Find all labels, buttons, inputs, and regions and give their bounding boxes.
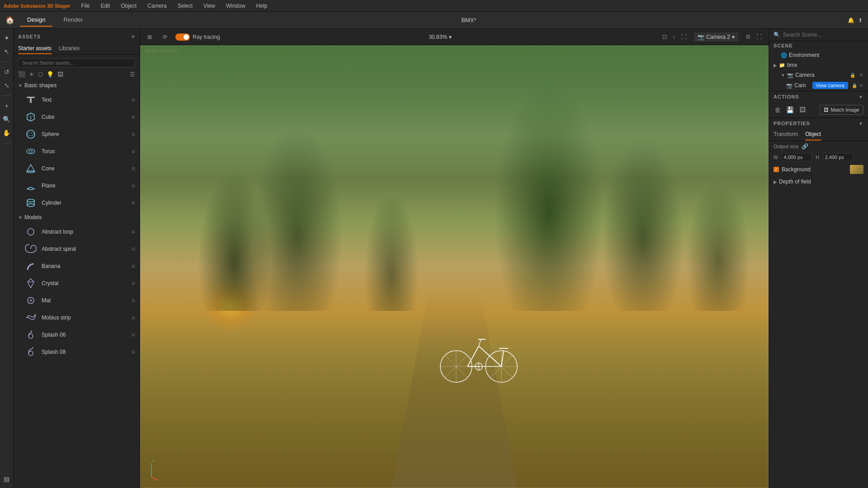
asset-menu-torus[interactable]: ≡	[132, 148, 135, 155]
filter-light-icon[interactable]: 💡	[47, 71, 54, 78]
list-item[interactable]: Mat ≡	[14, 292, 140, 309]
menu-edit[interactable]: Edit	[99, 2, 112, 10]
scene-item-cam[interactable]: 📷 Cam View camera 🔒 👁	[769, 80, 868, 91]
assets-search-input[interactable]	[18, 58, 135, 67]
delete-action-btn[interactable]: 🗑	[774, 105, 782, 114]
list-item[interactable]: Text ≡	[14, 91, 140, 108]
height-input[interactable]	[823, 153, 854, 161]
menu-select[interactable]: Select	[176, 2, 194, 10]
actions-title[interactable]: ACTIONS ▼	[769, 91, 868, 102]
width-input[interactable]	[781, 153, 812, 161]
list-item[interactable]: Plane ≡	[14, 177, 140, 194]
tab-starter-assets[interactable]: Starter assets	[18, 43, 52, 54]
torus-icon	[24, 145, 37, 158]
scene-search-input[interactable]	[783, 32, 863, 38]
tab-render[interactable]: Render	[56, 14, 90, 27]
assets-add-btn[interactable]: +	[131, 33, 135, 41]
list-item[interactable]: Abstract loop ≡	[14, 223, 140, 240]
toggle-track[interactable]	[175, 33, 190, 41]
link-icon[interactable]: 🔗	[802, 143, 808, 150]
list-item[interactable]: Torus ≡	[14, 143, 140, 160]
asset-menu-cone[interactable]: ≡	[132, 165, 135, 172]
section-basic-shapes[interactable]: ▼ Basic shapes	[14, 80, 140, 91]
list-item[interactable]: Banana ≡	[14, 258, 140, 275]
menu-camera[interactable]: Camera	[146, 2, 169, 10]
asset-menu-cube[interactable]: ≡	[132, 113, 135, 121]
asset-menu-text[interactable]: ≡	[132, 96, 135, 103]
fullscreen-icon[interactable]: ⛶	[755, 33, 764, 41]
ray-tracing-toggle[interactable]: Ray tracing	[175, 33, 220, 41]
viewport-refresh-btn[interactable]: ⟳	[160, 33, 170, 41]
asset-menu-mobius-strip[interactable]: ≡	[132, 314, 135, 321]
menu-object[interactable]: Object	[119, 2, 138, 10]
camera-select[interactable]: 📷 Camera 2 ▾	[694, 33, 738, 42]
tab-libraries[interactable]: Libraries	[59, 43, 80, 54]
list-item[interactable]: Crystal ≡	[14, 275, 140, 292]
add-tool[interactable]: +	[1, 100, 12, 111]
scene-item-camera[interactable]: ▼ 📷 Camera 🔒 👁	[769, 70, 868, 80]
asset-menu-crystal[interactable]: ≡	[132, 280, 135, 287]
scene-item-environment[interactable]: 🌐 Environment	[769, 50, 868, 60]
list-item[interactable]: Cube ≡	[14, 108, 140, 126]
asset-menu-plane[interactable]: ≡	[132, 182, 135, 189]
pan-tool[interactable]: ✋	[1, 127, 12, 138]
background-checkbox[interactable]: ✓	[774, 167, 779, 172]
viewport-icon-2[interactable]: ↕	[671, 33, 678, 41]
rotate-tool[interactable]: ↺	[1, 66, 12, 77]
actions-section: ACTIONS ▼ 🗑 💾 🖼 🖼 Match Image	[769, 91, 868, 118]
asset-menu-banana[interactable]: ≡	[132, 263, 135, 270]
asset-menu-abstract-spiral[interactable]: ≡	[132, 245, 135, 253]
zoom-dropdown-icon[interactable]: ▾	[449, 34, 452, 40]
asset-menu-mat[interactable]: ≡	[132, 297, 135, 304]
list-item[interactable]: Cylinder ≡	[14, 194, 140, 211]
menu-help[interactable]: Help	[255, 2, 269, 10]
tab-transform[interactable]: Transform	[774, 129, 798, 141]
filter-material-icon[interactable]: ☀	[29, 71, 34, 78]
asset-menu-sphere[interactable]: ≡	[132, 131, 135, 138]
view-camera-btn[interactable]: View camera	[812, 82, 848, 89]
asset-menu-splash06[interactable]: ≡	[132, 331, 135, 338]
camera-settings-icon[interactable]: ⚙	[744, 33, 753, 41]
scene-item-bmx[interactable]: ▶ 📁 bmx	[769, 60, 868, 70]
home-icon[interactable]: 🏠	[5, 16, 14, 24]
list-item[interactable]: Mobius strip ≡	[14, 309, 140, 326]
list-item[interactable]: Cone ≡	[14, 160, 140, 177]
filter-model-icon[interactable]: ⬛	[18, 71, 25, 78]
tab-design[interactable]: Design	[20, 14, 52, 27]
scale-tool[interactable]: ⤡	[1, 80, 12, 91]
background-thumbnail[interactable]	[850, 165, 863, 174]
list-item[interactable]: Sphere ≡	[14, 126, 140, 143]
notification-icon[interactable]: 🔔	[848, 17, 854, 23]
viewport-icon-3[interactable]: ⛶	[679, 33, 689, 41]
section-models[interactable]: ▼ Models	[14, 211, 140, 223]
viewport-canvas[interactable]: 4000 x 2400 px Y X	[140, 45, 769, 488]
asset-menu-cylinder[interactable]: ≡	[132, 199, 135, 206]
upload-icon[interactable]: ⬆	[858, 17, 863, 23]
viewport-icon-1[interactable]: ⊡	[660, 33, 669, 41]
select-tool[interactable]: ✦	[1, 33, 12, 43]
properties-title[interactable]: PROPERTIES ▼	[769, 118, 868, 129]
list-item[interactable]: Splash 08 ≡	[14, 343, 140, 361]
match-image-btn[interactable]: 🖼 Match Image	[820, 105, 863, 115]
filter-view-toggle[interactable]: ☰	[130, 71, 135, 78]
tab-object[interactable]: Object	[805, 129, 821, 141]
camera-dropdown-icon: ▾	[732, 34, 735, 40]
save-action-btn[interactable]: 💾	[785, 105, 795, 114]
filter-texture-icon[interactable]: ⬡	[38, 71, 43, 78]
zoom-tool[interactable]: 🔍	[1, 114, 12, 125]
move-tool[interactable]: ↖	[1, 46, 12, 57]
measure-tool[interactable]: ▤	[1, 474, 12, 484]
scene-item-label: bmx	[787, 62, 863, 68]
menu-file[interactable]: File	[79, 2, 91, 10]
asset-menu-splash08[interactable]: ≡	[132, 348, 135, 356]
asset-menu-abstract-loop[interactable]: ≡	[132, 228, 135, 235]
viewport-grid-btn[interactable]: ⊞	[145, 33, 155, 41]
menu-window[interactable]: Window	[224, 2, 247, 10]
image-action-btn[interactable]: 🖼	[798, 105, 807, 114]
list-item[interactable]: Splash 06 ≡	[14, 326, 140, 343]
depth-of-field-row[interactable]: ▶ Depth of field	[769, 176, 868, 187]
filter-image-icon[interactable]: 🖼	[57, 71, 63, 78]
list-item[interactable]: Abstract spiral ≡	[14, 240, 140, 258]
menu-view[interactable]: View	[202, 2, 217, 10]
camera-scene-icon: 📷	[787, 72, 793, 78]
